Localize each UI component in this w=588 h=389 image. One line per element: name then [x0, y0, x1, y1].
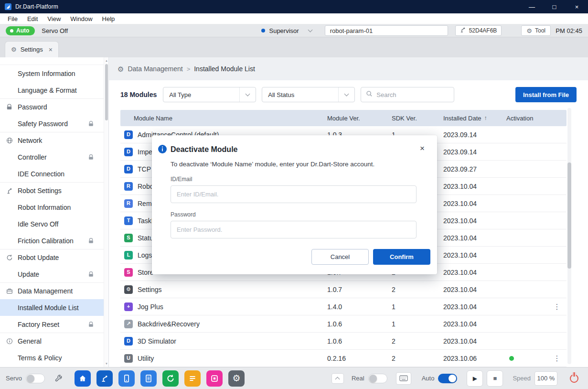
tab-close-icon[interactable]: ×	[49, 46, 53, 54]
table-row[interactable]: D 3D Simulator 1.0.6 2 2023.10.04	[120, 333, 567, 350]
table-row[interactable]: U Utility 0.2.16 2 2023.10.06	[120, 350, 567, 367]
breadcrumb-separator: >	[187, 65, 191, 73]
minimize-button[interactable]: —	[521, 0, 543, 13]
scroll-down-icon[interactable]	[104, 361, 109, 366]
sidebar-item[interactable]: Robot Settings	[0, 182, 108, 199]
sidebar-item[interactable]: Safety Password	[0, 115, 108, 132]
controller-id-button[interactable]: 52D4AF6B	[455, 25, 502, 36]
module-name: 3D Simulator	[138, 337, 176, 345]
dock-app-cycle[interactable]	[162, 370, 179, 387]
collapse-dock-button[interactable]	[331, 373, 344, 384]
play-button[interactable]	[467, 370, 483, 387]
deactivate-module-dialog: Deactivate Module × To deactivate ‘Modul…	[152, 135, 437, 274]
menu-item[interactable]: Help	[97, 15, 120, 22]
status-filter-select[interactable]: All Status	[262, 87, 355, 102]
sdk-version: 2	[392, 337, 443, 345]
header-sdk-version[interactable]: SDK Ver.	[392, 115, 443, 122]
dock-app-task-list[interactable]	[184, 370, 201, 387]
sidebar-item[interactable]: Idle Servo Off	[0, 216, 108, 232]
dock-app-teach-pendant[interactable]	[118, 370, 135, 387]
scrollbar-thumb[interactable]	[567, 162, 571, 269]
module-name: Utility	[138, 355, 154, 362]
installed-date: 2023.10.04	[443, 234, 506, 242]
header-module-name[interactable]: Module Name	[120, 115, 327, 122]
sidebar-clipped-item	[0, 57, 108, 65]
sidebar-item[interactable]: General	[0, 333, 108, 349]
row-menu-button[interactable]	[547, 303, 567, 311]
auto-toggle[interactable]	[438, 374, 457, 383]
sidebar-item[interactable]: Controller	[0, 149, 108, 165]
module-icon: ↗	[124, 320, 133, 328]
robot-param-input[interactable]	[325, 25, 448, 36]
search-box[interactable]	[361, 87, 454, 102]
cancel-button[interactable]: Cancel	[311, 249, 369, 265]
type-filter-select[interactable]: All Type	[163, 87, 256, 102]
real-toggle[interactable]	[368, 374, 387, 383]
sdk-version: 2	[392, 286, 443, 293]
sidebar-item[interactable]: IDE Connection	[0, 165, 108, 182]
menu-item[interactable]: View	[43, 15, 65, 22]
dialog-title: Deactivate Module	[171, 145, 237, 154]
sidebar-item[interactable]: System Information	[0, 65, 108, 82]
dock-app-module-store[interactable]	[206, 370, 223, 387]
password-input[interactable]	[171, 221, 417, 238]
table-row[interactable]: ⚙ Settings 1.0.7 2 2023.10.04	[120, 281, 567, 298]
dock-app-robot-arm[interactable]	[96, 370, 113, 387]
header-installed-date[interactable]: Installed Date ↑	[443, 115, 506, 122]
scrollbar-thumb[interactable]	[105, 64, 108, 120]
wrench-icon[interactable]	[54, 374, 63, 383]
sidebar-item[interactable]: Data Management	[0, 282, 108, 299]
sidebar-item[interactable]: Friction Calibration	[0, 232, 108, 249]
scroll-up-icon[interactable]	[104, 58, 109, 63]
header-activation[interactable]: Activation	[506, 115, 547, 122]
sidebar-scrollbar[interactable]	[104, 57, 108, 367]
activation-dot	[509, 356, 514, 361]
installed-date: 2023.09.14	[443, 131, 506, 139]
maximize-button[interactable]: □	[543, 0, 566, 13]
install-from-file-button[interactable]: Install from File	[515, 87, 577, 102]
close-button[interactable]: ×	[566, 0, 588, 13]
real-mode-label: Real	[352, 375, 364, 382]
role-selector[interactable]: Supervisor	[261, 27, 311, 34]
module-name: Store	[138, 269, 153, 276]
row-menu-button[interactable]	[547, 354, 567, 363]
dialog-close-icon[interactable]: ×	[417, 143, 428, 154]
servo-toggle[interactable]	[26, 374, 45, 383]
module-icon: D	[124, 165, 133, 173]
sidebar-item[interactable]: Update	[0, 266, 108, 282]
table-scrollbar[interactable]	[567, 108, 571, 364]
menu-item[interactable]: Edit	[22, 15, 43, 22]
sidebar-item[interactable]: Robot Update	[0, 249, 108, 266]
mode-badge[interactable]: Auto	[6, 26, 35, 35]
module-icon: R	[124, 199, 133, 208]
sidebar-item[interactable]: Network	[0, 132, 108, 149]
menu-item[interactable]: File	[3, 15, 22, 22]
module-name: Statu	[138, 234, 153, 242]
tool-button[interactable]: Tool	[521, 25, 551, 36]
installed-date: 2023.09.14	[443, 148, 506, 156]
stop-button[interactable]	[487, 370, 503, 387]
sidebar-item[interactable]: Installed Module List	[0, 299, 108, 316]
table-row[interactable]: ↗ Backdrive&Recovery 1.0.6 1 2023.10.04	[120, 315, 567, 333]
id-email-input[interactable]	[171, 185, 417, 203]
search-input[interactable]	[376, 91, 443, 98]
dock-app-document[interactable]	[140, 370, 157, 387]
menu-item[interactable]: Window	[65, 15, 97, 22]
sidebar-item[interactable]: Terms & Policy	[0, 349, 108, 366]
tab-settings[interactable]: Settings ×	[5, 41, 59, 57]
sidebar-item[interactable]: Robot Information	[0, 199, 108, 216]
sdk-version: 1	[392, 303, 443, 311]
dock-app-home[interactable]	[75, 370, 91, 387]
header-module-version[interactable]: Module Ver.	[327, 115, 392, 122]
speed-value[interactable]: 100 %	[535, 371, 557, 386]
sidebar-item[interactable]: Language & Format	[0, 82, 108, 98]
virtual-keyboard-button[interactable]	[396, 372, 411, 385]
confirm-button[interactable]: Confirm	[373, 249, 430, 265]
breadcrumb-section[interactable]: Data Management	[128, 65, 182, 73]
power-button[interactable]	[566, 370, 582, 387]
sidebar-item[interactable]: Factory Reset	[0, 316, 108, 333]
module-icon: D	[124, 337, 133, 346]
sidebar-item[interactable]: Password	[0, 98, 108, 115]
dock-app-settings-gear[interactable]: ⚙	[228, 370, 245, 387]
table-row[interactable]: + Jog Plus 1.4.0 1 2023.10.04	[120, 298, 567, 315]
